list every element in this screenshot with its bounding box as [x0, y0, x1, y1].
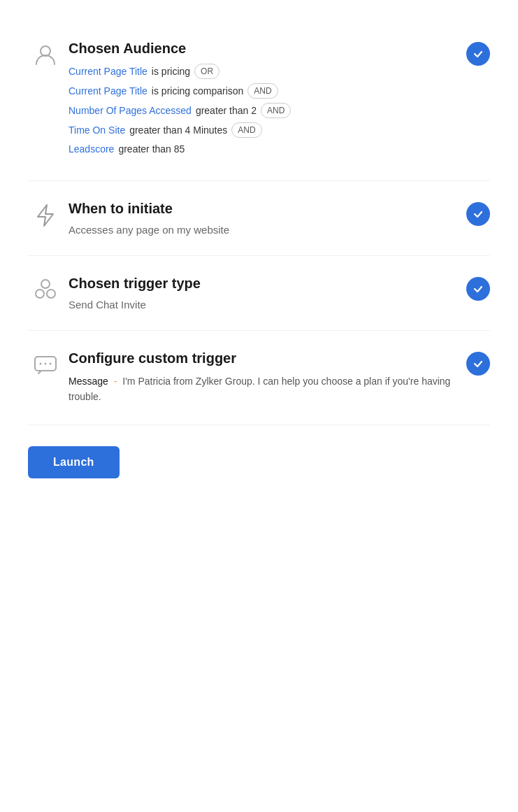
custom-trigger-message: Message - I'm Patricia from Zylker Group…	[69, 373, 462, 405]
rule-3-text: greater than 2	[196, 104, 257, 118]
when-content: When to initiate Accesses any page on my…	[63, 201, 462, 236]
rule-5-link: Leadscore	[69, 142, 114, 157]
when-title: When to initiate	[69, 201, 462, 217]
svg-point-1	[41, 280, 50, 288]
bolt-icon	[28, 201, 63, 227]
trigger-type-check	[462, 276, 490, 301]
rule-3-link: Number Of Pages Accessed	[69, 104, 192, 118]
audience-check	[462, 41, 490, 66]
svg-point-7	[50, 363, 52, 365]
rule-1-link: Current Page Title	[69, 64, 148, 79]
rule-4-link: Time On Site	[69, 123, 125, 138]
trigger-type-title: Chosen trigger type	[69, 276, 462, 292]
trigger-icon	[28, 276, 63, 302]
audience-content: Chosen Audience Current Page Title is pr…	[63, 41, 462, 161]
message-dash: -	[111, 376, 120, 387]
trigger-type-content: Chosen trigger type Send Chat Invite	[63, 276, 462, 311]
launch-button[interactable]: Launch	[28, 446, 120, 478]
svg-point-5	[40, 363, 42, 365]
chat-icon	[28, 350, 63, 377]
when-subtitle: Accesses any page on my website	[69, 224, 462, 236]
audience-rule-4: Time On Site greater than 4 Minutes AND	[69, 122, 462, 138]
audience-check-circle	[466, 42, 490, 66]
audience-rule-2: Current Page Title is pricing comparison…	[69, 83, 462, 99]
rule-5-text: greater than 85	[118, 142, 185, 157]
svg-point-0	[41, 46, 50, 56]
audience-title: Chosen Audience	[69, 41, 462, 57]
custom-trigger-check-circle	[466, 352, 490, 376]
message-label: Message	[69, 376, 108, 387]
audience-rule-3: Number Of Pages Accessed greater than 2 …	[69, 103, 462, 118]
chosen-audience-section: Chosen Audience Current Page Title is pr…	[28, 21, 490, 181]
custom-trigger-section: Configure custom trigger Message - I'm P…	[28, 331, 490, 425]
svg-point-6	[45, 363, 47, 365]
rule-2-badge: AND	[247, 83, 278, 99]
svg-point-3	[47, 290, 55, 298]
trigger-type-section: Chosen trigger type Send Chat Invite	[28, 256, 490, 331]
custom-trigger-check	[462, 350, 490, 376]
custom-trigger-title: Configure custom trigger	[69, 350, 462, 366]
when-check-circle	[466, 202, 490, 226]
audience-rule-5: Leadscore greater than 85	[69, 142, 462, 157]
rule-4-text: greater than 4 Minutes	[129, 123, 227, 138]
when-to-initiate-section: When to initiate Accesses any page on my…	[28, 181, 490, 256]
trigger-type-check-circle	[466, 277, 490, 301]
audience-rule-1: Current Page Title is pricing OR	[69, 64, 462, 79]
when-check	[462, 201, 490, 226]
trigger-type-subtitle: Send Chat Invite	[69, 299, 462, 311]
rule-3-badge: AND	[261, 103, 291, 118]
svg-point-2	[36, 290, 44, 298]
message-text: I'm Patricia from Zylker Group. I can he…	[69, 376, 450, 402]
rule-4-badge: AND	[231, 122, 261, 138]
rule-1-text: is pricing	[152, 64, 190, 79]
rule-2-text: is pricing comparison	[152, 84, 244, 99]
launch-section: Launch	[28, 425, 490, 485]
rule-2-link: Current Page Title	[69, 84, 148, 99]
audience-icon	[28, 41, 63, 67]
custom-trigger-content: Configure custom trigger Message - I'm P…	[63, 350, 462, 405]
rule-1-badge: OR	[194, 64, 220, 79]
